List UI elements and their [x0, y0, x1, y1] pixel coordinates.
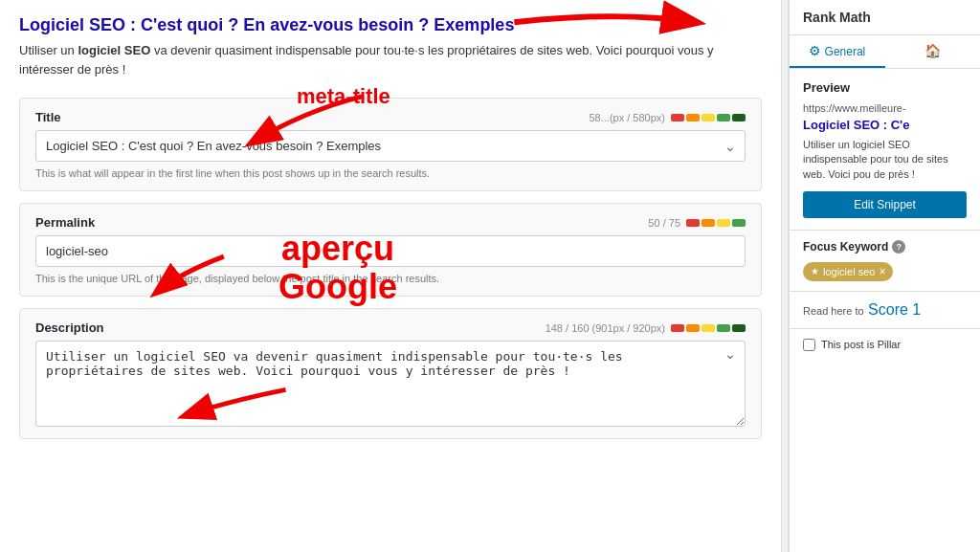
score-text: Read here to: [803, 305, 864, 317]
permalink-progress: [686, 219, 746, 227]
description-counter: 148 / 160 (901px / 920px): [546, 322, 665, 334]
title-label: Title: [35, 110, 61, 124]
progress-seg-p3: [717, 219, 730, 227]
right-panel: Rank Math ⚙ General 🏠 Preview https://ww…: [789, 0, 980, 552]
title-hint: This is what will appear in the first li…: [35, 167, 746, 179]
rankmath-header: Rank Math: [790, 0, 980, 35]
permalink-counter: 50 / 75: [648, 217, 680, 229]
progress-seg-p4: [732, 219, 746, 227]
progress-seg-2: [686, 114, 700, 121]
score-link[interactable]: Score 1: [868, 301, 921, 318]
scrollbar[interactable]: [781, 0, 789, 552]
description-input-wrapper: Utiliser un logiciel SEO va devenir quas…: [35, 341, 746, 427]
help-icon[interactable]: ?: [892, 240, 905, 254]
score-section: Read here to Score 1: [790, 292, 980, 329]
title-input[interactable]: [35, 130, 746, 162]
progress-seg-d3: [702, 324, 715, 332]
permalink-label: Permalink: [35, 215, 95, 230]
title-counter: 58...(px / 580px): [590, 112, 666, 123]
permalink-section: Permalink 50 / 75 This is the unique URL…: [19, 203, 762, 297]
title-section: Title 58...(px / 580px) ⌄ This is what w…: [19, 98, 762, 191]
pillar-checkbox[interactable]: [803, 339, 815, 351]
gear-icon: ⚙: [809, 43, 821, 58]
pillar-label: This post is Pillar: [821, 339, 901, 350]
tabs-row: ⚙ General 🏠: [790, 35, 980, 69]
star-icon: ★: [811, 266, 819, 276]
description-progress: [671, 324, 746, 332]
progress-seg-3: [702, 114, 715, 121]
progress-seg-4: [717, 114, 730, 121]
tab-general[interactable]: ⚙ General: [790, 35, 885, 68]
permalink-input-wrapper: [35, 235, 746, 267]
focus-keyword-section: Focus Keyword ? ★ logiciel seo ×: [790, 231, 980, 292]
post-title[interactable]: Logiciel SEO : C'est quoi ? En avez-vous…: [19, 15, 762, 35]
progress-seg-p2: [702, 219, 715, 227]
description-dropdown-icon[interactable]: ⌄: [724, 346, 736, 362]
progress-seg-d1: [671, 324, 684, 332]
title-input-wrapper: ⌄: [35, 130, 746, 162]
progress-seg-p1: [686, 219, 700, 227]
preview-label: Preview: [803, 80, 967, 95]
progress-seg-d2: [686, 324, 700, 332]
permalink-hint: This is the unique URL of this page, dis…: [35, 273, 746, 284]
keyword-tag: ★ logiciel seo ×: [803, 262, 893, 281]
edit-snippet-button[interactable]: Edit Snippet: [803, 191, 967, 218]
keyword-text: logiciel seo: [823, 266, 875, 277]
preview-desc: Utiliser un logiciel SEO indispensable p…: [803, 138, 967, 182]
preview-section: Preview https://www.meilleure- Logiciel …: [790, 69, 980, 231]
tab-other[interactable]: 🏠: [885, 35, 981, 68]
preview-title: Logiciel SEO : C'e: [803, 118, 967, 134]
post-excerpt: Utiliser un logiciel SEO va devenir quas…: [19, 41, 762, 78]
title-progress: [671, 114, 746, 121]
preview-url: https://www.meilleure-: [803, 102, 967, 114]
focus-keyword-label: Focus Keyword ?: [803, 240, 967, 254]
progress-seg-5: [732, 114, 746, 121]
home-icon: 🏠: [924, 43, 941, 58]
keyword-close-icon[interactable]: ×: [879, 265, 885, 278]
progress-seg-1: [671, 114, 684, 121]
progress-seg-d5: [732, 324, 746, 332]
left-panel: Logiciel SEO : C'est quoi ? En avez-vous…: [0, 0, 781, 552]
description-input[interactable]: Utiliser un logiciel SEO va devenir quas…: [35, 341, 746, 427]
description-section: Description 148 / 160 (901px / 920px) Ut…: [19, 308, 762, 439]
description-label: Description: [35, 320, 104, 335]
title-dropdown-icon[interactable]: ⌄: [724, 139, 736, 154]
progress-seg-d4: [717, 324, 730, 332]
permalink-input[interactable]: [35, 235, 746, 267]
pillar-section: This post is Pillar: [790, 329, 980, 361]
